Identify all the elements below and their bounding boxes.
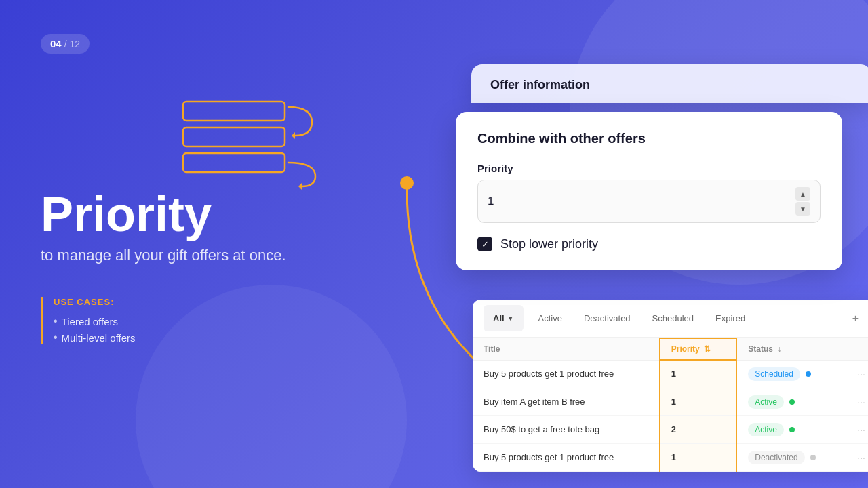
row-title-cell: Buy item A get item B free — [473, 388, 660, 415]
offers-table: Title Priority ⇅ Status ↓ Buy 5 products… — [473, 338, 868, 472]
row-status-cell: Scheduled — [736, 360, 846, 388]
priority-stepper[interactable]: ▲ ▼ — [795, 187, 810, 216]
counter-separator: / — [64, 39, 67, 49]
priority-input-value: 1 — [488, 195, 494, 208]
table-row: Buy 5 products get 1 product free1Deacti… — [473, 443, 868, 471]
table-row: Buy 5 products get 1 product free1Schedu… — [473, 360, 868, 388]
svg-point-5 — [400, 176, 414, 190]
status-dot-icon — [810, 455, 816, 460]
row-priority-cell: 1 — [660, 388, 736, 415]
row-priority-cell: 1 — [660, 360, 736, 388]
offer-info-card: Offer information — [471, 64, 868, 103]
page-title: Priority — [41, 190, 286, 239]
table-row: Buy 50$ to get a free tote bag2Active··· — [473, 415, 868, 443]
chevron-up-icon: ▲ — [800, 190, 806, 198]
use-cases-label: USE CASES: — [54, 297, 286, 307]
table-row: Buy item A get item B free1Active··· — [473, 388, 868, 415]
bullet-icon-1: • — [54, 315, 58, 327]
row-status-cell: Deactivated — [736, 443, 846, 471]
row-extra-cell: ··· — [846, 388, 868, 415]
use-case-1: • Tiered offers — [54, 315, 286, 327]
combine-offers-panel: Combine with other offers Priority 1 ▲ ▼… — [456, 112, 842, 270]
stop-lower-label: Stop lower priority — [500, 237, 598, 251]
checkmark-icon: ✓ — [481, 239, 489, 249]
col-title: Title — [473, 338, 660, 360]
tab-active-label: Active — [538, 313, 562, 323]
priority-field-label: Priority — [477, 163, 821, 174]
tab-expired[interactable]: Expired — [706, 305, 755, 331]
chevron-down-icon: ▼ — [507, 314, 514, 322]
counter-current: 04 — [50, 38, 62, 49]
row-title-cell: Buy 50$ to get a free tote bag — [473, 415, 660, 443]
tab-deactivated-label: Deactivated — [584, 313, 631, 323]
status-badge: Active — [748, 395, 784, 409]
tab-scheduled-label: Scheduled — [652, 313, 694, 323]
row-extra-cell: ··· — [846, 443, 868, 471]
counter-total: 12 — [70, 39, 81, 49]
use-case-2: • Multi-level offers — [54, 331, 286, 344]
status-dot-icon — [789, 399, 795, 405]
use-case-2-text: Multi-level offers — [62, 332, 136, 344]
col-status: Status ↓ — [736, 338, 846, 360]
tab-scheduled[interactable]: Scheduled — [643, 305, 703, 331]
tab-all-label: All — [493, 313, 505, 323]
tab-deactivated[interactable]: Deactivated — [574, 305, 640, 331]
row-status-cell: Active — [736, 388, 846, 415]
plus-icon: + — [852, 312, 859, 324]
svg-marker-3 — [292, 132, 295, 139]
status-badge: Active — [748, 423, 784, 436]
priority-input-wrapper: 1 ▲ ▼ — [477, 180, 821, 223]
bullet-icon-2: • — [54, 331, 58, 344]
left-content-section: Priority to manage all your gift offers … — [41, 81, 286, 348]
page-subtitle: to manage all your gift offers at once. — [41, 247, 286, 264]
row-priority-cell: 1 — [660, 443, 736, 471]
use-cases-section: USE CASES: • Tiered offers • Multi-level… — [41, 297, 286, 344]
chevron-down-icon: ▼ — [800, 205, 806, 213]
use-case-1-text: Tiered offers — [62, 316, 118, 327]
stepper-down-button[interactable]: ▼ — [795, 202, 810, 216]
status-dot-icon — [789, 427, 795, 432]
tab-add-button[interactable]: + — [846, 307, 865, 330]
status-badge: Deactivated — [748, 451, 804, 464]
stop-lower-checkbox[interactable]: ✓ — [477, 237, 492, 251]
col-priority: Priority ⇅ — [660, 338, 736, 360]
combine-panel-title: Combine with other offers — [477, 131, 821, 146]
tab-expired-label: Expired — [715, 313, 745, 323]
row-extra-cell: ··· — [846, 415, 868, 443]
offer-info-title: Offer information — [490, 78, 590, 92]
status-badge: Scheduled — [748, 367, 800, 381]
row-priority-cell: 2 — [660, 415, 736, 443]
progress-counter: 04 / 12 — [41, 34, 90, 54]
tab-all[interactable]: All ▼ — [484, 305, 524, 331]
stop-lower-priority-row: ✓ Stop lower priority — [477, 237, 821, 251]
row-title-cell: Buy 5 products get 1 product free — [473, 360, 660, 388]
stepper-up-button[interactable]: ▲ — [795, 187, 810, 201]
row-title-cell: Buy 5 products get 1 product free — [473, 443, 660, 471]
offers-table-container: All ▼ Active Deactivated Scheduled Expir… — [473, 300, 868, 472]
svg-marker-4 — [298, 183, 302, 190]
row-status-cell: Active — [736, 415, 846, 443]
row-extra-cell: ··· — [846, 360, 868, 388]
table-header: Title Priority ⇅ Status ↓ — [473, 338, 868, 360]
table-tabs-row: All ▼ Active Deactivated Scheduled Expir… — [473, 300, 868, 338]
col-extra — [846, 338, 868, 360]
status-dot-icon — [806, 371, 811, 377]
tab-active[interactable]: Active — [529, 305, 572, 331]
